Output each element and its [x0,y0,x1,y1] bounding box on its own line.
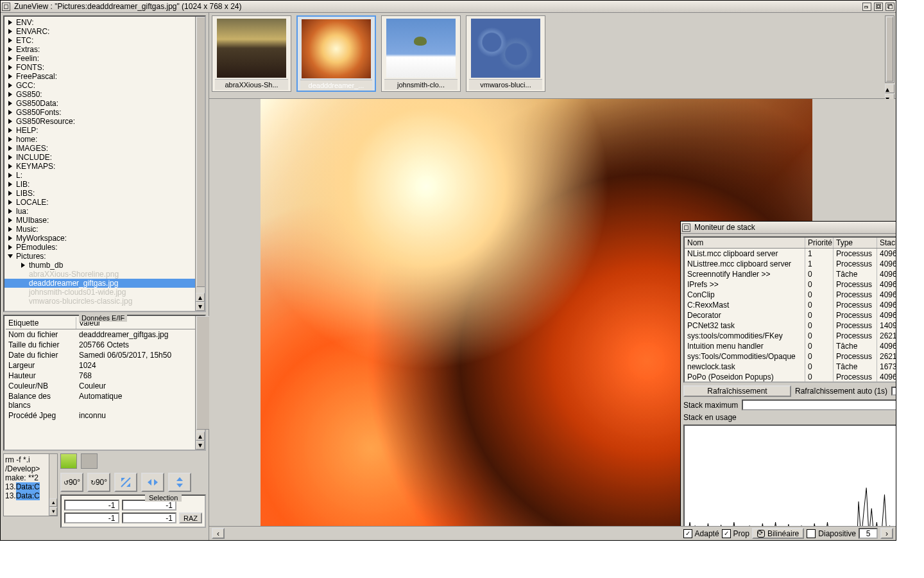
tree-item[interactable]: Extras: [4,45,205,54]
tree-item[interactable]: MUIbase: [4,216,205,225]
raz-button[interactable]: RAZ [179,512,202,523]
scroll-up-icon[interactable]: ▴ [196,293,205,302]
expand-icon[interactable] [8,83,12,88]
tree-scrollbar[interactable]: ▴ ▾ [195,17,205,311]
process-row[interactable]: Decorator0Processus40960 [685,310,896,320]
expand-icon[interactable] [21,263,25,268]
expand-icon[interactable] [8,227,12,232]
tree-item[interactable]: Feelin: [4,54,205,63]
zoom-button[interactable] [874,3,883,11]
tree-item[interactable]: GS850Data: [4,99,205,108]
tree-item[interactable]: GS850Fonts: [4,108,205,117]
selection-x2[interactable]: -1 [64,512,119,523]
tree-item[interactable]: ENV: [4,18,205,27]
expand-icon[interactable] [8,245,12,250]
volume-tree[interactable]: ENV:ENVARC:ETC:Extras:Feelin:FONTS:FreeP… [3,15,206,312]
expand-icon[interactable] [8,56,12,61]
refresh-button[interactable]: Rafraîchissement [683,385,791,397]
process-list[interactable]: Nom Priorité Type Stack allouée NList.mc… [683,236,896,383]
expand-icon[interactable] [8,65,12,70]
thumbnail[interactable]: vmwaros-bluci... [466,15,545,92]
process-row[interactable]: Screennotify Handler >>0Tâche40960 [685,269,896,279]
tree-item[interactable]: PEmodules: [4,243,205,252]
process-row[interactable]: NListtree.mcc clipboard server1Processus… [685,259,896,269]
process-row[interactable]: newclock.task0Tâche16738 [685,362,896,372]
tree-item[interactable]: L: [4,171,205,180]
expand-icon[interactable] [8,164,12,169]
col-stack[interactable]: Stack allouée [877,238,896,248]
scroll-down-icon[interactable]: ▾ [49,507,57,516]
thumbnail[interactable]: johnsmith-clo... [381,15,461,92]
expand-icon[interactable] [8,155,12,160]
scroll-down-icon[interactable]: ▾ [196,302,205,311]
tree-item[interactable]: Pictures: [4,252,205,261]
next-image-button[interactable]: › [880,528,893,539]
tree-item[interactable]: LIB: [4,180,205,189]
auto-refresh-checkbox[interactable] [891,387,896,396]
process-row[interactable]: C:RexxMast0Processus40960 [685,300,896,310]
tree-item[interactable]: Music: [4,225,205,234]
expand-icon[interactable] [8,20,12,25]
prev-image-button[interactable]: ‹ [212,528,225,539]
process-row[interactable]: PoPo (Poseidon Popups)0Processus40960 [685,372,896,382]
sysmenu-icon[interactable] [682,223,690,232]
expand-icon[interactable] [8,254,13,258]
tree-item[interactable]: LOCALE: [4,198,205,207]
selection-y2[interactable]: -1 [122,512,177,523]
expand-icon[interactable] [8,191,12,196]
process-row[interactable]: sys:Tools/Commodities/Opaque0Processus26… [685,351,896,362]
stackmon-titlebar[interactable]: Moniteur de stack [681,222,896,234]
thumb-scrollbar[interactable] [885,15,894,83]
main-titlebar[interactable]: ZuneView : "Pictures:deadddreamer_giftga… [1,1,896,13]
expand-icon[interactable] [8,119,12,124]
thumbnail[interactable]: deadddreamer_... [296,15,376,92]
expand-icon[interactable] [8,146,12,151]
thumb-scroll-up[interactable]: ▴ [885,84,894,93]
image-canvas[interactable]: Moniteur de stack Nom Priorité [209,99,896,526]
expand-icon[interactable] [8,182,12,187]
tree-item[interactable]: FONTS: [4,63,205,72]
tree-item[interactable]: MyWorkspace: [4,234,205,243]
tree-item[interactable]: HELP: [4,126,205,135]
process-row[interactable]: IPrefs >>0Processus40960 [685,279,896,290]
scroll-up-icon[interactable]: ▴ [49,498,57,507]
tree-item[interactable]: IMAGES: [4,144,205,153]
filter-cycle[interactable]: Bilinéaire [752,528,804,539]
col-nom[interactable]: Nom [685,238,805,248]
col-priorite[interactable]: Priorité [805,238,834,248]
scroll-down-icon[interactable]: ▾ [196,441,205,450]
expand-icon[interactable] [8,200,12,205]
thumbnail[interactable]: abraXXious-Sh... [212,15,291,92]
tree-item[interactable]: LIBS: [4,189,205,198]
tree-item[interactable]: abraXXious-Shoreline.png [4,270,205,279]
expand-icon[interactable] [8,38,12,43]
flip-diag-button[interactable] [114,473,137,492]
tree-item[interactable]: GS850: [4,90,205,99]
process-row[interactable]: PCNet32 task0Processus140960 [685,320,896,331]
tree-item[interactable]: GCC: [4,81,205,90]
flip-horiz-button[interactable] [141,473,164,492]
tree-item[interactable]: johnsmith-clouds01-wide.jpg [4,288,205,297]
process-row[interactable]: NList.mcc clipboard server1Processus4096… [685,249,896,259]
process-row[interactable]: ConClip0Processus40960 [685,290,896,300]
tree-item[interactable]: FreePascal: [4,72,205,81]
expand-icon[interactable] [8,218,12,223]
selection-x1[interactable]: -1 [64,500,119,511]
prop-checkbox[interactable]: ✓Prop [722,529,749,538]
expand-icon[interactable] [8,173,12,178]
expand-icon[interactable] [8,110,12,115]
scroll-up-icon[interactable]: ▴ [196,432,205,441]
flip-vert-button[interactable] [168,473,191,492]
diapositive-checkbox[interactable]: Diapositive [807,529,856,538]
expand-icon[interactable] [8,74,12,79]
expand-icon[interactable] [8,236,12,241]
sysmenu-icon[interactable] [2,3,10,11]
expand-icon[interactable] [8,29,12,34]
tree-item[interactable]: ENVARC: [4,27,205,36]
iconify-button[interactable] [862,3,871,11]
tree-item[interactable]: INCLUDE: [4,153,205,162]
tree-item[interactable]: KEYMAPS: [4,162,205,171]
expand-icon[interactable] [8,101,12,106]
rotate-left-button[interactable]: ↺90° [60,473,83,492]
shell-overlay[interactable]: rm -f *.i/Develop>make: **213.Data:C13.D… [3,453,58,516]
